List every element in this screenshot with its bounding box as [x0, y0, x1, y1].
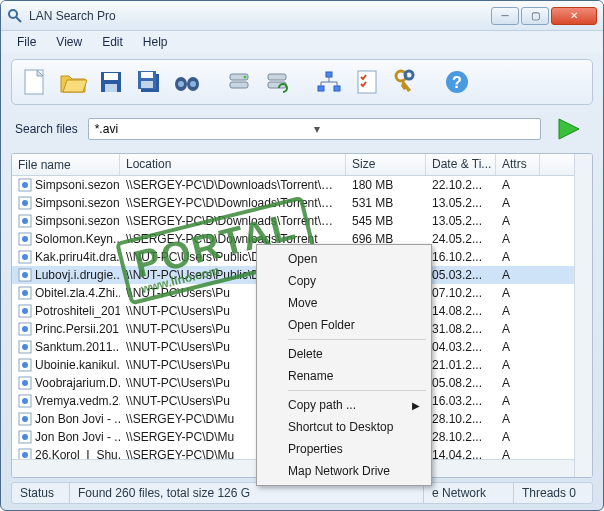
cell-attr: A	[496, 303, 540, 319]
save-all-icon[interactable]	[134, 67, 164, 97]
svg-rect-22	[334, 86, 340, 91]
menu-edit[interactable]: Edit	[94, 33, 131, 51]
cell-filename: Sanktum.2011....	[12, 339, 120, 355]
status-threads: Threads 0	[514, 483, 592, 503]
cell-date: 21.01.2...	[426, 357, 496, 373]
cell-attr: A	[496, 393, 540, 409]
status-network: e Network	[424, 483, 514, 503]
svg-point-54	[22, 398, 28, 404]
server-refresh-icon[interactable]	[262, 67, 292, 97]
svg-point-17	[244, 76, 247, 79]
server-icon[interactable]	[224, 67, 254, 97]
chevron-down-icon[interactable]: ▾	[314, 122, 534, 136]
keys-icon[interactable]	[390, 67, 420, 97]
cell-filename: Simpsoni.sezon...	[12, 177, 120, 193]
svg-point-38	[22, 254, 28, 260]
menu-file[interactable]: File	[9, 33, 44, 51]
svg-point-30	[22, 182, 28, 188]
maximize-button[interactable]: ▢	[521, 7, 549, 25]
context-menu-item[interactable]: Map Network Drive	[260, 460, 428, 482]
save-icon[interactable]	[96, 67, 126, 97]
cell-location: \\SERGEY-PC\D\Downloads\Torrent\Simps...	[120, 195, 346, 211]
table-row[interactable]: Simpsoni.sezon...\\SERGEY-PC\D\Downloads…	[12, 176, 574, 194]
minimize-button[interactable]: ─	[491, 7, 519, 25]
svg-point-0	[9, 10, 17, 18]
column-headers: File name Location Size Date & Ti... Att…	[12, 154, 574, 176]
cell-attr: A	[496, 357, 540, 373]
cell-attr: A	[496, 177, 540, 193]
menu-view[interactable]: View	[48, 33, 90, 51]
cell-size: 531 MB	[346, 195, 426, 211]
svg-point-44	[22, 308, 28, 314]
cell-attr: A	[496, 411, 540, 427]
svg-point-14	[190, 81, 196, 87]
col-filename[interactable]: File name	[12, 154, 120, 175]
col-date[interactable]: Date & Ti...	[426, 154, 496, 175]
cell-filename: Lubovj.i.drugie....	[12, 267, 120, 283]
menu-separator	[288, 339, 426, 340]
menu-help[interactable]: Help	[135, 33, 176, 51]
cell-date: 05.03.2...	[426, 267, 496, 283]
col-size[interactable]: Size	[346, 154, 426, 175]
table-row[interactable]: Simpsoni.sezon...\\SERGEY-PC\D\Downloads…	[12, 194, 574, 212]
context-menu-item[interactable]: Move	[260, 292, 428, 314]
cell-filename: Uboinie.kanikul...	[12, 357, 120, 373]
close-button[interactable]: ✕	[551, 7, 597, 25]
help-icon[interactable]: ?	[442, 67, 472, 97]
svg-point-58	[22, 434, 28, 440]
binoculars-icon[interactable]	[172, 67, 202, 97]
cell-location: \\SERGEY-PC\D\Downloads\Torrent\Simps...	[120, 213, 346, 229]
new-doc-icon[interactable]	[20, 67, 50, 97]
vertical-scrollbar[interactable]	[574, 154, 592, 477]
cell-attr: A	[496, 231, 540, 247]
cell-filename: Jon Bon Jovi - ...	[12, 411, 120, 427]
col-attrs[interactable]: Attrs	[496, 154, 540, 175]
search-label: Search files	[11, 122, 78, 136]
search-input[interactable]: *.avi ▾	[88, 118, 541, 140]
svg-rect-18	[268, 74, 286, 80]
svg-rect-5	[104, 73, 118, 80]
context-menu-item[interactable]: Copy path ...▶	[260, 394, 428, 416]
table-row[interactable]: Simpsoni.sezon...\\SERGEY-PC\D\Downloads…	[12, 212, 574, 230]
context-menu-item[interactable]: Properties	[260, 438, 428, 460]
context-menu: OpenCopyMoveOpen FolderDeleteRenameCopy …	[256, 244, 432, 486]
cell-date: 04.03.2...	[426, 339, 496, 355]
context-menu-item[interactable]: Shortcut to Desktop	[260, 416, 428, 438]
context-menu-item[interactable]: Open Folder	[260, 314, 428, 336]
cell-date: 16.10.2...	[426, 249, 496, 265]
cell-date: 05.08.2...	[426, 375, 496, 391]
context-menu-item[interactable]: Rename	[260, 365, 428, 387]
svg-rect-21	[318, 86, 324, 91]
svg-point-32	[22, 200, 28, 206]
cell-filename: Obitel.zla.4.Zhi...	[12, 285, 120, 301]
svg-rect-10	[141, 81, 153, 88]
cell-filename: Potroshiteli_201...	[12, 303, 120, 319]
svg-point-34	[22, 218, 28, 224]
svg-point-60	[22, 452, 28, 458]
cell-filename: Simpsoni.sezon...	[12, 213, 120, 229]
svg-point-50	[22, 362, 28, 368]
search-go-button[interactable]	[551, 115, 587, 143]
menubar: File View Edit Help	[1, 31, 603, 53]
open-folder-icon[interactable]	[58, 67, 88, 97]
context-menu-item[interactable]: Copy	[260, 270, 428, 292]
svg-point-36	[22, 236, 28, 242]
cell-attr: A	[496, 429, 540, 445]
cell-filename: Solomon.Keyn...	[12, 231, 120, 247]
cell-date: 13.05.2...	[426, 195, 496, 211]
app-icon	[7, 8, 23, 24]
context-menu-item[interactable]: Delete	[260, 343, 428, 365]
cell-attr: A	[496, 375, 540, 391]
checklist-icon[interactable]	[352, 67, 382, 97]
network-icon[interactable]	[314, 67, 344, 97]
svg-point-46	[22, 326, 28, 332]
cell-date: 24.05.2...	[426, 231, 496, 247]
cell-date: 16.03.2...	[426, 393, 496, 409]
svg-rect-23	[358, 71, 376, 93]
cell-location: \\SERGEY-PC\D\Downloads\Torrent\Simps...	[120, 177, 346, 193]
cell-filename: Princ.Persii.201...	[12, 321, 120, 337]
col-location[interactable]: Location	[120, 154, 346, 175]
svg-point-56	[22, 416, 28, 422]
cell-date: 28.10.2...	[426, 429, 496, 445]
context-menu-item[interactable]: Open	[260, 248, 428, 270]
